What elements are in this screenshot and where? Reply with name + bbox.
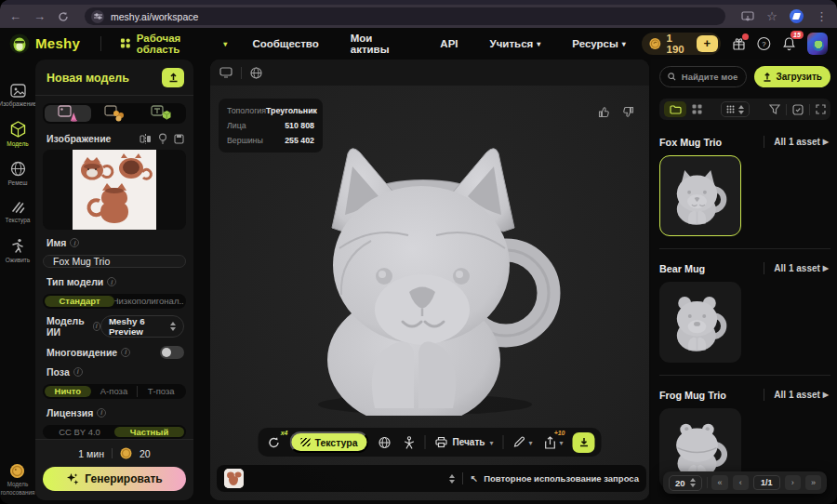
footer-divider	[462, 472, 463, 484]
asset-thumbnail-bear-mug[interactable]	[659, 282, 741, 363]
extension-icon[interactable]	[790, 9, 804, 23]
notification-count-badge: 15	[790, 31, 804, 39]
remesh-icon	[10, 161, 26, 177]
asset-search[interactable]	[659, 66, 747, 87]
expand-icon[interactable]	[816, 104, 826, 114]
pose-option-a[interactable]: А-поза	[91, 386, 138, 397]
rail-item-image[interactable]: Изображение	[0, 84, 35, 107]
license-segmented: CC BY 4.0 Частный	[43, 425, 186, 440]
browser-back-icon[interactable]: ←	[9, 10, 21, 22]
shading-mode-icon[interactable]	[219, 67, 232, 78]
reference-image-preview[interactable]	[43, 150, 186, 230]
browser-reload-icon[interactable]	[58, 11, 69, 22]
save-icon[interactable]	[174, 134, 184, 144]
tab-image-to-3d[interactable]	[45, 105, 91, 122]
browser-menu-icon[interactable]: ⋮	[816, 10, 828, 22]
grid-view-icon[interactable]	[692, 104, 702, 114]
generate-label: Генерировать	[85, 472, 162, 485]
upload-image-button[interactable]	[162, 68, 184, 87]
asset-search-input[interactable]	[682, 72, 739, 82]
wireframe-globe-icon[interactable]	[250, 67, 262, 79]
prompt-image-thumbnail[interactable]	[224, 469, 244, 488]
select-checkbox-icon[interactable]	[792, 104, 804, 115]
pose-option-t[interactable]: Т-поза	[138, 386, 184, 397]
chevron-right-icon: ▶	[823, 138, 829, 146]
nav-community[interactable]: Сообщество	[236, 38, 334, 49]
thumbs-up-icon[interactable]	[598, 106, 610, 118]
site-settings-icon[interactable]	[91, 10, 104, 23]
rail-item-animate[interactable]: Оживить	[0, 238, 35, 263]
viewport-canvas[interactable]: ТопологияТреугольник Лица510 808 Вершины…	[210, 86, 649, 500]
asset-group-count[interactable]: All 1 asset▶	[774, 137, 829, 147]
sort-arrows-icon[interactable]	[449, 474, 455, 484]
license-option-ccby[interactable]: CC BY 4.0	[45, 427, 114, 438]
thumbs-down-icon[interactable]	[622, 106, 634, 118]
tab-text-to-3d[interactable]	[138, 105, 184, 122]
asset-upload-button[interactable]: Загрузить	[754, 66, 830, 87]
pose-segmented: Ничто А-поза Т-поза	[43, 384, 186, 399]
rewards-button[interactable]	[732, 36, 746, 50]
workspace-menu[interactable]: Рабочая область	[111, 33, 236, 55]
share-icon	[544, 436, 555, 449]
license-option-private[interactable]: Частный	[114, 427, 184, 438]
generate-button[interactable]: Генерировать	[43, 467, 186, 491]
add-credits-button[interactable]: +	[697, 35, 719, 52]
reuse-prompt-button[interactable]: ↖ Повторное использование запроса	[471, 473, 639, 484]
ai-model-select[interactable]: Meshy 6 Preview	[100, 315, 184, 338]
info-icon	[70, 238, 79, 247]
type-option-lowpoly[interactable]: Низкополигонал...	[114, 296, 184, 307]
nav-api[interactable]: API	[424, 38, 473, 49]
nav-learn[interactable]: Учиться	[474, 38, 557, 49]
first-page-button[interactable]: «	[711, 475, 727, 490]
edit-button[interactable]	[510, 436, 535, 448]
cast-icon[interactable]	[741, 11, 754, 22]
bookmark-star-icon[interactable]: ☆	[766, 10, 777, 22]
address-bar[interactable]: meshy.ai/workspace	[85, 7, 725, 25]
browser-forward-icon[interactable]: →	[33, 10, 46, 22]
lightbulb-icon[interactable]	[158, 133, 167, 144]
sparkles-icon	[66, 472, 79, 485]
fox-mug-3d-model[interactable]	[286, 137, 574, 416]
pose-option-none[interactable]: Ничто	[45, 386, 91, 397]
rail-item-model-voting[interactable]: Модель голосования	[1, 463, 35, 497]
symmetry-icon[interactable]	[140, 134, 152, 144]
rail-item-remesh[interactable]: Ремеш	[0, 161, 35, 186]
page-size-select[interactable]: 20	[669, 475, 702, 491]
print-button[interactable]: Печать	[432, 436, 497, 448]
pose-label: Поза	[46, 366, 70, 378]
asset-group-count[interactable]: All 1 asset▶	[774, 263, 829, 273]
user-avatar[interactable]	[807, 33, 828, 55]
filter-icon[interactable]	[769, 104, 780, 114]
nav-my-assets[interactable]: Мои активы	[335, 33, 425, 55]
nav-resources[interactable]: Ресурсы	[556, 38, 642, 49]
rail-item-model[interactable]: Модель	[0, 121, 35, 147]
rig-button[interactable]	[401, 436, 418, 449]
meshy-logo[interactable]: Meshy	[9, 33, 91, 54]
last-page-button[interactable]: »	[805, 475, 821, 490]
help-icon[interactable]: ?	[757, 36, 771, 51]
regenerate-button[interactable]: x4	[264, 436, 283, 449]
prev-page-button[interactable]: ‹	[733, 475, 749, 490]
runner-icon	[10, 238, 25, 254]
asset-thumbnail-fox-mug[interactable]	[659, 155, 741, 236]
info-icon	[93, 322, 100, 331]
remesh-button[interactable]	[376, 436, 394, 449]
rail-item-texture[interactable]: Текстура	[0, 200, 35, 223]
name-input[interactable]	[43, 255, 186, 268]
multiview-toggle[interactable]	[160, 346, 184, 359]
brand-name: Meshy	[35, 35, 80, 51]
asset-group-count[interactable]: All 1 asset▶	[774, 390, 829, 400]
notifications-button[interactable]: 15	[782, 36, 796, 51]
share-button[interactable]: +10	[541, 436, 565, 449]
type-option-standard[interactable]: Стандарт	[45, 296, 114, 307]
texture-button[interactable]: Текстура	[289, 431, 368, 453]
fox-mug-reference-photo	[73, 150, 156, 230]
tab-multi-image-to-3d[interactable]	[91, 105, 138, 122]
next-page-button[interactable]: ›	[785, 475, 801, 490]
folder-view-button[interactable]	[664, 101, 686, 117]
credits-pill[interactable]: 1 190 +	[642, 33, 721, 55]
notification-dot	[742, 33, 749, 40]
workspace-grid-icon	[120, 37, 131, 49]
download-button[interactable]	[573, 432, 595, 453]
grid-size-select[interactable]	[721, 101, 750, 117]
